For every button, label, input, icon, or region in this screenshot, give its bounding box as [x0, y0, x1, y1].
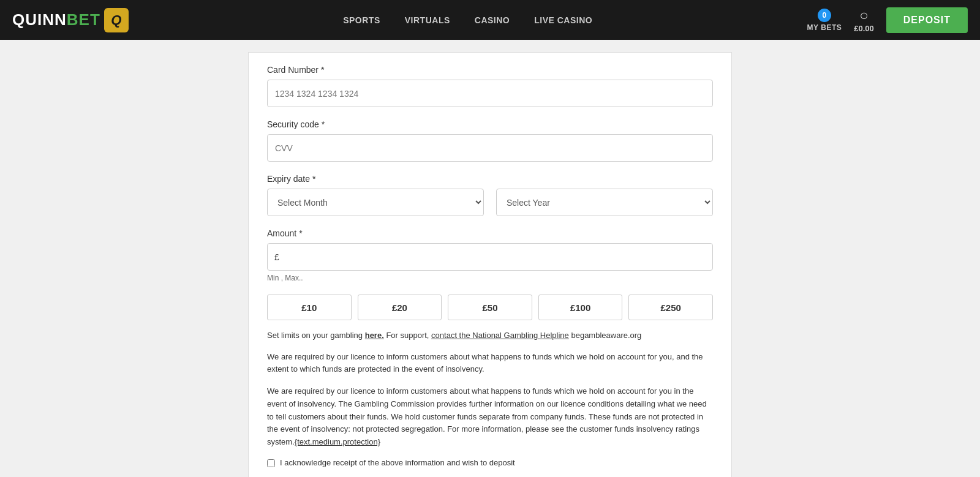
my-bets-label: MY BETS — [807, 23, 842, 32]
acknowledge-label: I acknowledge receipt of the above infor… — [280, 458, 515, 467]
deposit-button[interactable]: DEPOSIT — [886, 7, 968, 33]
min-max-text: Min , Max.. — [267, 274, 713, 282]
nav-casino[interactable]: CASINO — [475, 15, 510, 25]
quick-amounts: £10 £20 £50 £100 £250 — [267, 295, 713, 320]
security-code-field: Security code * — [267, 119, 713, 162]
disclaimer-prefix: Set limits on your gambling — [267, 331, 365, 340]
deposit-form: Card Number * Security code * Expiry dat… — [248, 52, 732, 477]
disclaimer-support: For support, — [384, 331, 431, 340]
helpline-link[interactable]: contact the National Gambling Helpline — [431, 331, 569, 340]
expiry-year-col: Select Year 2024 2025 2026 2027 2028 202… — [496, 189, 713, 216]
disclaimer-site: begambleaware.org — [569, 331, 642, 340]
select-year-dropdown[interactable]: Select Year 2024 2025 2026 2027 2028 202… — [496, 189, 713, 216]
quick-amount-250[interactable]: £250 — [628, 295, 713, 320]
info-text-1: We are required by our licence to inform… — [267, 351, 713, 377]
nav-live-casino[interactable]: LIVE CASINO — [534, 15, 592, 25]
amount-label: Amount * — [267, 228, 713, 238]
main-nav: SPORTS VIRTUALS CASINO LIVE CASINO — [343, 15, 592, 25]
select-month-dropdown[interactable]: Select Month January February March Apri… — [267, 189, 484, 216]
card-number-label: Card Number * — [267, 65, 713, 75]
amount-field: Amount * £ Min , Max.. — [267, 228, 713, 282]
protection-link[interactable]: {text.medium.protection} — [295, 437, 380, 446]
disclaimer-links: Set limits on your gambling here. For su… — [267, 329, 713, 342]
quick-amount-10[interactable]: £10 — [267, 295, 352, 320]
nav-sports[interactable]: SPORTS — [343, 15, 380, 25]
nav-virtuals[interactable]: VIRTUALS — [405, 15, 450, 25]
quick-amount-100[interactable]: £100 — [538, 295, 623, 320]
balance-label: £0.00 — [854, 24, 874, 33]
balance-area[interactable]: ○ £0.00 — [854, 7, 874, 33]
quick-amount-20[interactable]: £20 — [358, 295, 442, 320]
header: QUINNBET Q SPORTS VIRTUALS CASINO LIVE C… — [0, 0, 980, 40]
logo-q-icon: Q — [104, 8, 129, 32]
expiry-date-label: Expiry date * — [267, 174, 713, 184]
amount-input[interactable] — [267, 243, 713, 271]
header-right: 0 MY BETS ○ £0.00 DEPOSIT — [807, 7, 968, 33]
main-content: Card Number * Security code * Expiry dat… — [0, 40, 980, 477]
bets-count-badge: 0 — [818, 9, 831, 22]
security-code-input[interactable] — [267, 134, 713, 162]
amount-prefix: £ — [274, 252, 279, 262]
acknowledge-checkbox[interactable] — [267, 459, 275, 467]
acknowledge-checkbox-row: I acknowledge receipt of the above infor… — [267, 458, 713, 467]
expiry-date-field: Expiry date * Select Month January Febru… — [267, 174, 713, 216]
security-code-label: Security code * — [267, 119, 713, 129]
my-bets-area[interactable]: 0 MY BETS — [807, 9, 842, 32]
card-number-input[interactable] — [267, 80, 713, 107]
expiry-month-col: Select Month January February March Apri… — [267, 189, 484, 216]
logo-area[interactable]: QUINNBET Q — [12, 8, 129, 32]
quick-amount-50[interactable]: £50 — [448, 295, 532, 320]
logo-text: QUINNBET — [12, 10, 100, 29]
amount-input-wrapper: £ — [267, 243, 713, 271]
card-number-field: Card Number * — [267, 65, 713, 107]
set-limits-link[interactable]: here. — [365, 331, 384, 340]
expiry-row: Select Month January February March Apri… — [267, 189, 713, 216]
info-text-2: We are required by our licence to inform… — [267, 385, 713, 449]
user-icon: ○ — [859, 7, 869, 24]
